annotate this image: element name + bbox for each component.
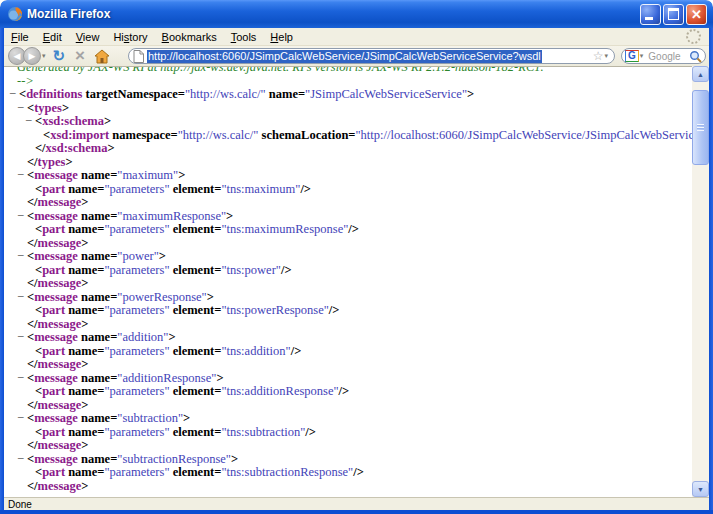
scroll-down-button[interactable]: ▼ bbox=[692, 481, 709, 497]
menu-edit[interactable]: Edit bbox=[36, 30, 69, 44]
collapse-marker[interactable]: − bbox=[17, 372, 27, 386]
xml-punct: > bbox=[62, 102, 69, 115]
xml-line: </message> bbox=[4, 237, 692, 251]
xml-punct: > bbox=[81, 196, 88, 209]
content-area: Generated by JAX-WS RI at http://jax-ws.… bbox=[4, 66, 692, 497]
history-dropdown-icon[interactable]: ▾ bbox=[42, 52, 46, 60]
status-text: Done bbox=[8, 499, 32, 510]
throbber-icon bbox=[686, 29, 701, 44]
xml-punct: > bbox=[207, 291, 214, 304]
xml-punct: </ bbox=[35, 142, 46, 155]
navigation-toolbar: ◀ ▶ ▾ ↻ × http://localhost:6060/JSimpCal… bbox=[4, 46, 709, 67]
window-border-bottom bbox=[0, 510, 713, 514]
xml-line: <part name="parameters" element="tns:add… bbox=[4, 345, 692, 359]
xml-line: <xsd:import namespace="http://ws.calc/" … bbox=[4, 129, 692, 143]
collapse-marker[interactable]: − bbox=[17, 102, 27, 116]
collapse-marker[interactable]: − bbox=[17, 291, 27, 305]
xml-punct: </ bbox=[27, 156, 38, 169]
xml-punct: = bbox=[298, 88, 305, 101]
firefox-window: Mozilla Firefox ✕ FileEditViewHistoryBoo… bbox=[0, 0, 713, 514]
menu-file[interactable]: File bbox=[4, 30, 36, 44]
home-button[interactable] bbox=[94, 49, 110, 64]
xml-tag-name: part bbox=[42, 345, 65, 358]
collapse-marker[interactable]: − bbox=[17, 412, 27, 426]
collapse-marker[interactable]: − bbox=[17, 210, 27, 224]
xml-punct: </ bbox=[27, 196, 38, 209]
stop-button[interactable]: × bbox=[75, 47, 85, 65]
menu-view[interactable]: View bbox=[69, 30, 107, 44]
xml-attr-name: element bbox=[173, 345, 215, 358]
xml-line: −<message name="subtractionResponse"> bbox=[4, 453, 692, 467]
title-bar[interactable]: Mozilla Firefox ✕ bbox=[0, 0, 713, 28]
search-box[interactable]: G ▾ Google bbox=[621, 48, 706, 64]
status-bar: Done bbox=[4, 497, 709, 511]
xml-attr-name: name bbox=[269, 88, 298, 101]
xml-tag-name: message bbox=[38, 358, 82, 371]
search-input[interactable]: Google bbox=[648, 51, 680, 62]
url-input[interactable]: http://localhost:6060/JSimpCalcWebServic… bbox=[147, 50, 542, 63]
xml-tag-name: message bbox=[38, 237, 82, 250]
xml-attr-name: name bbox=[68, 264, 97, 277]
xml-tag-name: types bbox=[38, 156, 66, 169]
collapse-marker[interactable]: − bbox=[17, 250, 27, 264]
search-icon[interactable] bbox=[689, 50, 702, 63]
xml-tag-name: types bbox=[34, 102, 62, 115]
xml-line: −<message name="power"> bbox=[4, 250, 692, 264]
menu-history[interactable]: History bbox=[106, 30, 154, 44]
xml-tag-name: message bbox=[34, 331, 78, 344]
url-bar[interactable]: http://localhost:6060/JSimpCalcWebServic… bbox=[128, 48, 615, 64]
vertical-scrollbar[interactable]: ▲ ▼ bbox=[692, 66, 709, 497]
xml-punct: /> bbox=[339, 385, 350, 398]
xml-tag-name: message bbox=[38, 318, 82, 331]
xml-attr-name: name bbox=[68, 466, 97, 479]
xml-attr-value: "subtraction" bbox=[117, 412, 183, 425]
scrollbar-thumb[interactable] bbox=[692, 90, 709, 165]
window-buttons: ✕ bbox=[640, 4, 707, 25]
menu-bookmarks[interactable]: Bookmarks bbox=[155, 30, 224, 44]
xml-line: <part name="parameters" element="tns:add… bbox=[4, 385, 692, 399]
xml-line: −<message name="maximumResponse"> bbox=[4, 210, 692, 224]
xml-tag-name: definitions bbox=[26, 88, 82, 101]
xml-punct: > bbox=[226, 210, 233, 223]
history-nav-group: ◀ ▶ ▾ bbox=[8, 47, 48, 65]
search-engine-dropdown-icon[interactable]: ▾ bbox=[640, 52, 644, 60]
xml-attr-name: namespace bbox=[112, 129, 170, 142]
maximize-button[interactable] bbox=[663, 4, 684, 25]
collapse-marker[interactable]: − bbox=[17, 169, 27, 183]
xml-attr-name: name bbox=[81, 250, 110, 263]
url-dropdown-icon[interactable]: ▾ bbox=[604, 52, 608, 60]
xml-attr-value: "parameters" bbox=[104, 345, 169, 358]
menu-bar: FileEditViewHistoryBookmarksToolsHelp bbox=[4, 28, 709, 46]
collapse-marker[interactable]: − bbox=[25, 115, 35, 129]
reload-button[interactable]: ↻ bbox=[53, 47, 66, 65]
xml-tag-name: part bbox=[42, 223, 65, 236]
xml-attr-name: name bbox=[81, 210, 110, 223]
xml-punct: > bbox=[183, 412, 190, 425]
xml-line: </types> bbox=[4, 156, 692, 170]
menu-tools[interactable]: Tools bbox=[224, 30, 264, 44]
xml-attr-name: name bbox=[81, 412, 110, 425]
xml-attr-name: targetNamespace bbox=[86, 88, 178, 101]
xml-line: </message> bbox=[4, 277, 692, 291]
minimize-button[interactable] bbox=[640, 4, 661, 25]
menu-help[interactable]: Help bbox=[263, 30, 300, 44]
xml-line: −<xsd:schema> bbox=[4, 115, 692, 129]
scroll-up-button[interactable]: ▲ bbox=[692, 66, 709, 82]
close-button[interactable]: ✕ bbox=[686, 4, 707, 25]
xml-attr-name: element bbox=[173, 264, 215, 277]
forward-button[interactable]: ▶ bbox=[23, 47, 41, 65]
close-icon: ✕ bbox=[691, 8, 702, 21]
xml-line: <part name="parameters" element="tns:max… bbox=[4, 223, 692, 237]
xml-tag-name: message bbox=[34, 453, 78, 466]
xml-attr-value: "maximumResponse" bbox=[117, 210, 226, 223]
collapse-marker[interactable]: − bbox=[9, 88, 19, 102]
xml-tree: Generated by JAX-WS RI at http://jax-ws.… bbox=[4, 66, 692, 493]
xml-line: −<message name="maximum"> bbox=[4, 169, 692, 183]
xml-attr-value: "parameters" bbox=[104, 426, 169, 439]
xml-tag-name: message bbox=[34, 412, 78, 425]
xml-attr-value: "parameters" bbox=[104, 466, 169, 479]
bookmark-star-icon[interactable]: ☆ bbox=[593, 50, 604, 62]
collapse-marker[interactable]: − bbox=[17, 331, 27, 345]
xml-line: <part name="parameters" element="tns:sub… bbox=[4, 466, 692, 480]
collapse-marker[interactable]: − bbox=[17, 453, 27, 467]
